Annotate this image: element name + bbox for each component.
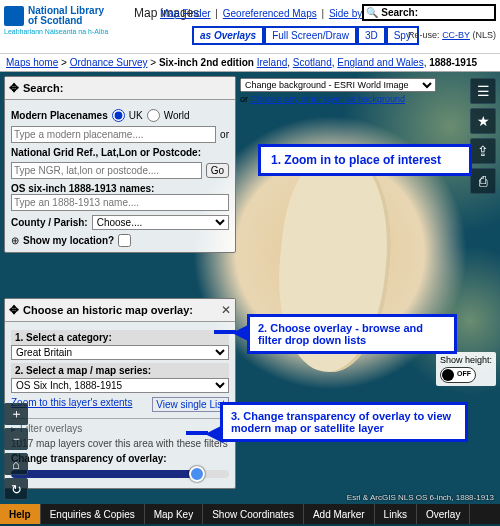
- layer-count: 1017 map layers cover this area with the…: [11, 438, 229, 449]
- modern-label: Modern Placenames: [11, 110, 108, 121]
- county-label: County / Parish:: [11, 217, 88, 228]
- crumb-ireland[interactable]: Ireland: [257, 57, 288, 68]
- os-names-input[interactable]: [11, 194, 229, 211]
- header: National Library of Scotland Leabharlann…: [0, 0, 500, 54]
- link-map-finder[interactable]: Map Finder: [160, 8, 211, 19]
- layers-icon[interactable]: ☰: [470, 78, 496, 104]
- height-toggle[interactable]: OFF: [440, 367, 476, 383]
- map-key-button[interactable]: Map Key: [145, 504, 203, 524]
- ngr-input[interactable]: [11, 162, 202, 179]
- transparency-slider[interactable]: [11, 467, 229, 481]
- transparency-label: Change transparency of overlay:: [11, 453, 229, 464]
- category-select[interactable]: Great Britain: [11, 345, 229, 360]
- zoom-out-button[interactable]: －: [4, 428, 28, 450]
- bookmark-icon[interactable]: ★: [470, 108, 496, 134]
- locate-icon: ⊕: [11, 235, 19, 246]
- view-tabs: as Overlays Full Screen/Draw 3D Spy: [192, 26, 419, 45]
- show-coords-button[interactable]: Show Coordinates: [203, 504, 304, 524]
- reuse-link[interactable]: CC-BY: [442, 30, 470, 40]
- os-names-label: OS six-inch 1888-1913 names:: [11, 183, 229, 194]
- org-sub: Leabharlann Nàiseanta na h-Alba: [4, 28, 124, 35]
- overlay-button[interactable]: Overlay: [417, 504, 470, 524]
- search-label: Search:: [381, 7, 418, 18]
- background-other-link[interactable]: Choose any other layer as background: [251, 94, 406, 104]
- modern-placename-input[interactable]: [11, 126, 216, 143]
- map-series-select[interactable]: OS Six Inch, 1888-1915: [11, 378, 229, 393]
- show-height: Show height: OFF: [436, 352, 496, 386]
- tab-overlays[interactable]: as Overlays: [192, 26, 264, 45]
- overlay-panel: ✕ ✥ Choose an historic map overlay: 1. S…: [4, 298, 236, 489]
- county-select[interactable]: Choose....: [92, 215, 229, 230]
- print-icon[interactable]: ⎙: [470, 168, 496, 194]
- org-name-2: of Scotland: [28, 16, 104, 26]
- map-label: 2. Select a map / map series:: [11, 363, 229, 378]
- search-panel: ✥ Search: Modern Placenames UK World or …: [4, 76, 236, 253]
- close-icon[interactable]: ✕: [221, 303, 231, 317]
- zoom-extents-link[interactable]: Zoom to this layer's extents: [11, 397, 132, 412]
- arrow-icon: [205, 425, 223, 443]
- crumb-label: Six-inch 2nd edition: [159, 57, 254, 68]
- tab-3d[interactable]: 3D: [357, 26, 386, 45]
- move-icon[interactable]: ✥: [9, 81, 19, 95]
- zoom-in-button[interactable]: ＋: [4, 403, 28, 425]
- annotation-2: 2. Choose overlay - browse and filter dr…: [247, 314, 457, 354]
- annotation-3: 3. Change transparency of overlay to vie…: [220, 402, 468, 442]
- enquiries-button[interactable]: Enquiries & Copies: [41, 504, 145, 524]
- map-viewport[interactable]: Change background - ESRI World Image or …: [0, 72, 500, 524]
- share-icon[interactable]: ⇪: [470, 138, 496, 164]
- help-button[interactable]: Help: [0, 504, 41, 524]
- reuse-line: Re-use: CC-BY (NLS): [408, 30, 496, 40]
- rotate-button[interactable]: ↻: [4, 478, 28, 500]
- add-marker-button[interactable]: Add Marker: [304, 504, 375, 524]
- home-extent-button[interactable]: ⌂: [4, 453, 28, 475]
- search-panel-title: Search:: [23, 82, 63, 94]
- footer-bar: Help Enquiries & Copies Map Key Show Coo…: [0, 504, 500, 524]
- crumb-home[interactable]: Maps home: [6, 57, 58, 68]
- radio-uk[interactable]: [112, 109, 125, 122]
- crumb-ew[interactable]: England and Wales: [337, 57, 423, 68]
- move-icon[interactable]: ✥: [9, 303, 19, 317]
- background-select[interactable]: Change background - ESRI World Image: [240, 78, 436, 92]
- cat-label: 1. Select a category:: [11, 330, 229, 345]
- nls-logo[interactable]: National Library of Scotland Leabharlann…: [4, 6, 124, 35]
- filter-label[interactable]: Filter overlays: [20, 423, 82, 434]
- site-search[interactable]: 🔍 Search:: [362, 4, 496, 21]
- links-button[interactable]: Links: [375, 504, 417, 524]
- arrow-icon: [232, 324, 250, 342]
- annotation-1: 1. Zoom in to place of interest: [258, 144, 472, 176]
- attribution: Esri & ArcGIS NLS OS 6-inch, 1888-1913: [347, 493, 494, 502]
- radio-world[interactable]: [147, 109, 160, 122]
- ngr-label: National Grid Ref., Lat,Lon or Postcode:: [11, 147, 229, 158]
- go-button[interactable]: Go: [206, 163, 229, 178]
- search-icon: 🔍: [366, 7, 378, 18]
- link-georef[interactable]: Georeferenced Maps: [223, 8, 317, 19]
- locate-checkbox[interactable]: [118, 234, 131, 247]
- site-search-input[interactable]: [418, 7, 492, 18]
- crumb-years: 1888-1915: [429, 57, 477, 68]
- tab-fullscreen[interactable]: Full Screen/Draw: [264, 26, 357, 45]
- crumb-os[interactable]: Ordnance Survey: [70, 57, 148, 68]
- zoom-controls: ＋ － ⌂ ↻: [4, 403, 28, 500]
- breadcrumb: Maps home > Ordnance Survey > Six-inch 2…: [0, 54, 500, 72]
- view-single-list[interactable]: View single List: [152, 397, 229, 412]
- crumb-scotland[interactable]: Scotland: [293, 57, 332, 68]
- top-links: Map Finder | Georeferenced Maps | Side b…: [160, 8, 385, 19]
- logo-mark-icon: [4, 6, 24, 26]
- locate-label: Show my location?: [23, 235, 114, 246]
- right-tools: ☰ ★ ⇪ ⎙: [470, 78, 496, 194]
- overlay-panel-title: Choose an historic map overlay:: [23, 304, 193, 316]
- background-chooser: Change background - ESRI World Image or …: [240, 78, 436, 104]
